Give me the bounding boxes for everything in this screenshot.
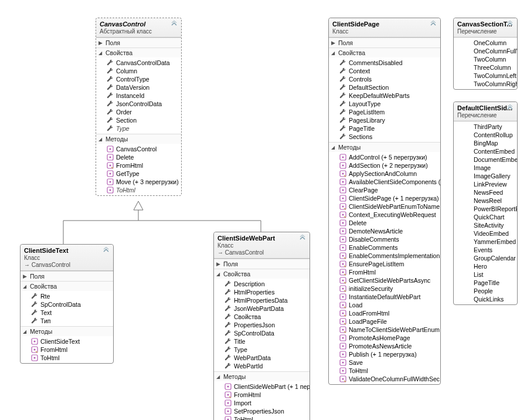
member-item[interactable]: VideoEmbed (454, 229, 517, 238)
class-clientsidepage[interactable]: ClientSidePageКлассПоляСвойстваCommentsD… (328, 18, 441, 385)
member-item[interactable]: DocumentEmbed (454, 155, 517, 164)
section-header-Поля[interactable]: Поля (96, 38, 181, 48)
member-item[interactable]: TwoColumnLeft (454, 72, 517, 80)
collapse-icon[interactable] (506, 104, 514, 111)
member-item[interactable]: TwoColumnRight (454, 80, 517, 88)
member-item[interactable]: Title (214, 337, 310, 346)
member-item[interactable]: Свойства (214, 313, 310, 321)
collapse-icon[interactable] (299, 235, 306, 242)
member-item[interactable]: YammerEmbed (454, 238, 517, 246)
member-item[interactable]: Order (96, 108, 181, 116)
member-item[interactable]: AddSection (+ 2 перегрузки) (329, 161, 440, 170)
member-item[interactable]: SetPropertiesJson (214, 407, 310, 415)
member-item[interactable]: ClientSideWebPart (+ 1 пер... (214, 382, 310, 391)
member-item[interactable]: ThirdParty (454, 123, 517, 131)
collapse-icon[interactable] (430, 21, 437, 28)
member-item[interactable]: initializeSecurity (329, 284, 440, 293)
member-item[interactable]: PowerBIReportEmbed (454, 205, 517, 213)
member-item[interactable]: HtmlProperties (214, 288, 310, 296)
member-item[interactable]: NameToClientSideWebPartEnum (329, 326, 440, 334)
member-item[interactable]: LinkPreview (454, 180, 517, 188)
member-item[interactable]: DataVersion (96, 83, 181, 92)
section-header-Методы[interactable]: Методы (96, 134, 181, 144)
member-item[interactable]: ApplySectionAndColumn (329, 170, 440, 178)
member-item[interactable]: PromoteAsNewsArticle (329, 342, 440, 350)
member-item[interactable]: DemoteNewsArticle (329, 227, 440, 235)
member-item[interactable]: Import (214, 399, 310, 407)
member-item[interactable]: PropertiesJson (214, 321, 310, 329)
section-header-Свойства[interactable]: Свойства (21, 281, 113, 291)
member-item[interactable]: EnsurePageListItem (329, 260, 440, 268)
section-header-Методы[interactable]: Методы (21, 326, 113, 336)
member-item[interactable]: LayoutType (329, 100, 440, 108)
member-item[interactable]: PageTitle (454, 279, 517, 287)
section-header-Свойства[interactable]: Свойства (96, 48, 181, 57)
class-clientsidewebpart[interactable]: ClientSideWebPartКласс→ CanvasControlПол… (213, 232, 310, 420)
member-item[interactable]: JsonWebPartData (214, 304, 310, 313)
member-item[interactable]: ContentRollup (454, 131, 517, 139)
member-item[interactable]: FromHtml (329, 268, 440, 276)
section-header-Свойства[interactable]: Свойства (329, 48, 440, 57)
member-item[interactable]: CanvasControlData (96, 59, 181, 67)
member-item[interactable]: AvailableClientSideComponents (... (329, 178, 440, 186)
member-item[interactable]: GetClientSideWebPartsAsync (329, 276, 440, 284)
member-item[interactable]: ToHtml (21, 354, 113, 362)
member-item[interactable]: PageTitle (329, 124, 440, 133)
member-item[interactable]: DefaultSection (329, 83, 440, 92)
member-item[interactable]: OneColumnFullWidth (454, 47, 517, 55)
member-item[interactable]: Save (329, 358, 440, 367)
member-item[interactable]: People (454, 287, 517, 295)
member-item[interactable]: LoadFromHtml (329, 309, 440, 317)
member-item[interactable]: Context (329, 67, 440, 75)
member-item[interactable]: ClearPage (329, 186, 440, 194)
member-item[interactable]: NewsReel (454, 197, 517, 205)
member-item[interactable]: ToHtml (96, 186, 181, 194)
member-item[interactable]: ThreeColumn (454, 63, 517, 72)
member-item[interactable]: WebPartId (214, 362, 310, 370)
member-item[interactable]: TwoColumn (454, 55, 517, 63)
member-item[interactable]: List (454, 270, 517, 279)
member-item[interactable]: ClientSideText (21, 337, 113, 346)
member-item[interactable]: QuickChart (454, 213, 517, 221)
member-item[interactable]: EnableCommentsImplementation (329, 252, 440, 260)
member-item[interactable]: HtmlPropertiesData (214, 296, 310, 304)
section-header-Поля[interactable]: Поля (329, 38, 440, 48)
section-header-Методы[interactable]: Методы (214, 371, 310, 381)
member-item[interactable]: ControlType (96, 75, 181, 83)
section-header-Поля[interactable]: Поля (21, 271, 113, 281)
enum-canvassectiontemplate[interactable]: CanvasSectionT...ПеречислениеOneColumnOn… (453, 18, 518, 90)
member-item[interactable]: Load (329, 301, 440, 309)
member-item[interactable]: SpControlData (214, 329, 310, 337)
collapse-icon[interactable] (103, 247, 110, 254)
member-item[interactable]: OneColumn (454, 39, 517, 47)
member-item[interactable]: Context_ExecutingWebRequest (329, 211, 440, 219)
section-header-Свойства[interactable]: Свойства (214, 269, 310, 279)
member-item[interactable]: CommentsDisabled (329, 59, 440, 67)
member-item[interactable]: GroupCalendar (454, 254, 517, 262)
member-item[interactable]: ToHtml (329, 367, 440, 375)
member-item[interactable]: Sections (329, 133, 440, 141)
member-item[interactable]: Text (21, 309, 113, 317)
member-item[interactable]: ToHtml (214, 415, 310, 420)
member-item[interactable]: QuickLinks (454, 295, 517, 303)
member-item[interactable]: Section (96, 116, 181, 124)
member-item[interactable]: NewsFeed (454, 188, 517, 197)
member-item[interactable]: Type (214, 346, 310, 354)
member-item[interactable]: Тип (21, 317, 113, 325)
member-item[interactable]: Publish (+ 1 перегрузка) (329, 350, 440, 358)
member-item[interactable]: WebPartData (214, 354, 310, 362)
member-item[interactable]: BingMap (454, 139, 517, 147)
member-item[interactable]: FromHtml (96, 161, 181, 170)
member-item[interactable]: FromHtml (21, 346, 113, 354)
member-item[interactable]: PageListItem (329, 108, 440, 116)
member-item[interactable]: PagesLibrary (329, 116, 440, 124)
member-item[interactable]: ValidateOneColumnFullWidthSec... (329, 375, 440, 383)
member-item[interactable]: Delete (329, 219, 440, 227)
member-item[interactable]: GetType (96, 170, 181, 178)
member-item[interactable]: CanvasControl (96, 145, 181, 153)
member-item[interactable]: KeepDefaultWebParts (329, 92, 440, 100)
member-item[interactable]: EnableComments (329, 243, 440, 252)
member-item[interactable]: ContentEmbed (454, 147, 517, 155)
member-item[interactable]: InstantiateDefaultWebPart (329, 293, 440, 301)
member-item[interactable]: LoadPageFile (329, 317, 440, 326)
